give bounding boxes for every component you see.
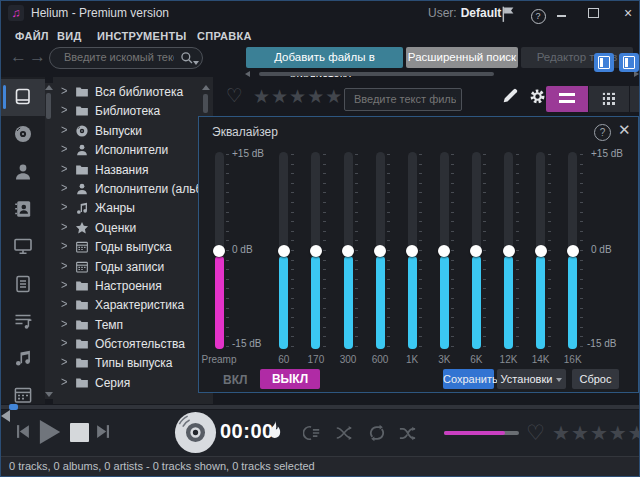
tree-scrollbar[interactable]: [45, 83, 53, 399]
advanced-search-button[interactable]: Расширенный поиск: [406, 47, 518, 68]
star-icon[interactable]: ★: [552, 422, 571, 444]
tag-editor-button[interactable]: Редактор тегов: [521, 47, 633, 68]
tree-item[interactable]: >Библиотека: [53, 101, 213, 120]
tree-item[interactable]: >Исполнители: [53, 140, 213, 159]
eq-slider-thumb-3K[interactable]: [438, 245, 450, 257]
view-grid-button[interactable]: [589, 86, 629, 112]
rating-stars[interactable]: ★★★★★: [253, 85, 343, 108]
tree-item[interactable]: >Оценки: [53, 218, 213, 237]
tree-item[interactable]: >Исполнители (альбом): [53, 179, 213, 198]
sidebar-item-document[interactable]: [1, 266, 45, 303]
maximize-button[interactable]: [584, 5, 602, 21]
scroll-down-icon[interactable]: [45, 392, 53, 397]
sidebar-item-monitor[interactable]: [1, 228, 45, 265]
filter-box[interactable]: [344, 88, 462, 111]
tree-item[interactable]: >Годы выпуска: [53, 237, 213, 256]
crossfade-icon[interactable]: [335, 424, 353, 441]
view-details-button[interactable]: [630, 86, 640, 112]
tree-item[interactable]: >Характеристика: [53, 295, 213, 314]
sidebar-item-playlist[interactable]: [1, 303, 45, 340]
flame-icon[interactable]: [263, 420, 285, 445]
expand-chevron-icon[interactable]: >: [61, 277, 67, 291]
star-icon[interactable]: ★: [609, 422, 628, 444]
minimize-button[interactable]: [552, 5, 570, 21]
eq-reset-button[interactable]: Сброс: [572, 369, 619, 389]
eq-slider-thumb-12K[interactable]: [503, 245, 515, 257]
eq-on-button[interactable]: ВКЛ: [223, 373, 247, 387]
star-icon[interactable]: ★: [628, 422, 640, 444]
expand-chevron-icon[interactable]: >: [61, 102, 67, 116]
eq-slider-thumb-600[interactable]: [374, 245, 386, 257]
tree-item[interactable]: >Жанры: [53, 198, 213, 217]
search-box[interactable]: [49, 47, 203, 69]
eq-slider-thumb-170[interactable]: [310, 245, 322, 257]
scroll-up-icon[interactable]: [202, 85, 210, 90]
scroll-up-icon[interactable]: [45, 85, 53, 90]
play-button[interactable]: [35, 418, 63, 447]
sidebar-item-disc[interactable]: [1, 116, 45, 153]
flag-icon[interactable]: [499, 5, 517, 21]
settings-gear-icon[interactable]: [528, 87, 547, 106]
search-options-caret[interactable]: [193, 61, 199, 65]
star-icon[interactable]: ★: [307, 86, 325, 107]
scrollbar-thumb[interactable]: [203, 94, 208, 113]
tree-item[interactable]: >Настроения: [53, 276, 213, 295]
tree-item[interactable]: >Названия: [53, 160, 213, 179]
next-button[interactable]: [95, 423, 112, 442]
eq-slider-thumb-16K[interactable]: [567, 245, 579, 257]
stop-button[interactable]: [70, 423, 89, 442]
expand-chevron-icon[interactable]: >: [61, 374, 67, 388]
eq-off-button[interactable]: ВЫКЛ: [260, 369, 320, 389]
menu-file[interactable]: ФАЙЛ: [15, 30, 49, 42]
expand-chevron-icon[interactable]: >: [61, 354, 67, 368]
tree-item[interactable]: >Типы выпуска: [53, 353, 213, 372]
content-scrollbar[interactable]: [202, 85, 210, 117]
expand-chevron-icon[interactable]: >: [61, 315, 67, 329]
eq-slider-thumb-14K[interactable]: [535, 245, 547, 257]
edit-pencil-icon[interactable]: [501, 87, 519, 105]
expand-chevron-icon[interactable]: >: [61, 219, 67, 233]
previous-button[interactable]: [14, 423, 31, 442]
sidebar-item-book[interactable]: [1, 79, 45, 116]
search-input[interactable]: [62, 50, 176, 64]
eq-slider-thumb-1K[interactable]: [406, 245, 418, 257]
menu-tools[interactable]: ИНСТРУМЕНТЫ: [97, 30, 187, 42]
eq-slider-thumb-300[interactable]: [342, 245, 354, 257]
back-button[interactable]: ←: [10, 47, 27, 67]
volume-icon[interactable]: [1, 410, 10, 422]
eq-presets-dropdown[interactable]: Установки: [497, 369, 566, 389]
play-queue-icon[interactable]: [303, 424, 321, 441]
sidebar-item-notes[interactable]: [1, 340, 45, 377]
add-files-button[interactable]: Добавить файлы в библиотеку...: [246, 47, 403, 68]
tree-item[interactable]: >Годы записи: [53, 257, 213, 276]
favorite-heart-icon[interactable]: ♡: [526, 422, 545, 444]
expand-chevron-icon[interactable]: >: [61, 335, 67, 349]
help-icon[interactable]: ?: [529, 5, 547, 21]
sidebar-item-contacts[interactable]: [1, 191, 45, 228]
favorite-heart-icon[interactable]: ♡: [226, 86, 243, 105]
seek-track[interactable]: [1, 405, 639, 409]
view-list-button[interactable]: [546, 86, 588, 112]
expand-chevron-icon[interactable]: >: [61, 296, 67, 310]
rating-stars[interactable]: ★★★★★: [552, 421, 640, 445]
disc-icon[interactable]: [174, 411, 217, 454]
menu-view[interactable]: ВИД: [57, 30, 82, 42]
close-button[interactable]: ×: [619, 5, 637, 21]
tree-item[interactable]: >Серия: [53, 373, 213, 392]
star-icon[interactable]: ★: [571, 422, 590, 444]
repeat-icon[interactable]: [367, 423, 387, 442]
volume-slider[interactable]: [444, 431, 519, 435]
expand-chevron-icon[interactable]: >: [61, 83, 67, 97]
star-icon[interactable]: ★: [590, 422, 609, 444]
scrollbar-thumb[interactable]: [46, 93, 51, 119]
search-icon[interactable]: [180, 51, 194, 65]
panel-toggle-left-icon[interactable]: [594, 53, 614, 72]
eq-slider-thumb-6K[interactable]: [470, 245, 482, 257]
expand-chevron-icon[interactable]: >: [61, 238, 67, 252]
eq-slider-thumb-60[interactable]: [278, 245, 290, 257]
star-icon[interactable]: ★: [253, 86, 271, 107]
expand-chevron-icon[interactable]: >: [61, 257, 67, 271]
tree-item[interactable]: >Обстоятельства: [53, 334, 213, 353]
expand-chevron-icon[interactable]: >: [61, 122, 67, 136]
expand-chevron-icon[interactable]: >: [61, 160, 67, 174]
